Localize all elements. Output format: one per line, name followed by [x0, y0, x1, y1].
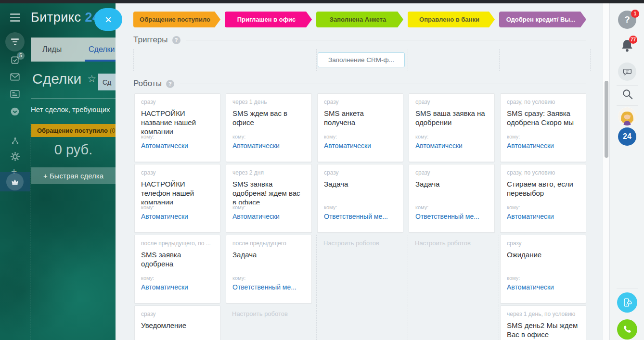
notifications-badge: 77: [629, 36, 637, 44]
robot-assignee-link[interactable]: Автоматически: [141, 142, 214, 150]
robot-timing: через 2 дня: [232, 169, 305, 177]
robot-to-label: кому:: [507, 275, 580, 281]
robot-empty-slot[interactable]: Настроить роботов: [408, 235, 499, 305]
mobile-app-icon[interactable]: [617, 292, 637, 313]
robot-card[interactable]: сразу Задача кому: Ответственный ме...: [409, 164, 495, 233]
robot-assignee-link[interactable]: Ответственный ме...: [324, 213, 397, 220]
robot-assignee-link[interactable]: Автоматически: [232, 142, 305, 150]
robot-card[interactable]: после предыдущего Задача кому: Ответстве…: [226, 235, 312, 303]
trigger-slot[interactable]: [408, 49, 499, 71]
robot-card[interactable]: сразу НАСТРОЙКИ название нашей компании …: [134, 93, 220, 162]
robot-assignee-link[interactable]: Ответственный ме...: [415, 213, 488, 220]
robot-timing: сразу: [141, 169, 214, 177]
robot-to-label: кому:: [415, 204, 488, 210]
robot-assignee-link[interactable]: Автоматически: [507, 213, 580, 220]
robot-title: SMS заявка одобрена: [141, 250, 214, 275]
tasks-counter-badge: 5: [17, 52, 25, 60]
telephony-phone-icon[interactable]: [617, 319, 637, 340]
robot-to-label: кому:: [232, 134, 305, 139]
automation-panel: Обращение поступило Приглашен в офис Зап…: [116, 3, 603, 340]
robot-assignee-link[interactable]: Автоматически: [141, 283, 214, 291]
robot-empty-slot[interactable]: Настроить роботов: [225, 305, 316, 340]
deals-view-button[interactable]: Сд: [98, 74, 116, 90]
structure-icon[interactable]: [11, 137, 19, 147]
help-question-icon[interactable]: [172, 36, 180, 44]
robot-card[interactable]: сразу Ожидание кому: Автоматически: [500, 235, 586, 303]
favorite-star-icon[interactable]: ☆: [87, 73, 96, 84]
trigger-slot[interactable]: [133, 49, 225, 71]
robot-card[interactable]: сразу SMS анкета получена кому: Автомати…: [317, 93, 403, 162]
robot-card[interactable]: сразу Задача кому: Ответственный ме...: [317, 164, 403, 233]
crm-funnel-icon[interactable]: [5, 32, 25, 51]
robot-to-label: кому:: [507, 204, 580, 210]
chevron-down-icon[interactable]: [10, 107, 20, 118]
robot-card[interactable]: сразу SMS ваша заявка на одобрении кому:…: [409, 93, 495, 162]
pipeline-stage-bar: Обращение поступило Приглашен в офис Зап…: [133, 12, 603, 27]
kanban-stage-header[interactable]: Обращение поступило(0): [31, 124, 116, 137]
robot-assignee-link[interactable]: Автоматически: [141, 213, 214, 220]
right-toolbar: ? 1 77 24: [609, 3, 644, 340]
toolbar-divider: [617, 289, 638, 289]
pipeline-stage[interactable]: Оправлено в банки: [408, 12, 499, 27]
robot-card[interactable]: через 1 день SMS ждем вас в офисе кому: …: [226, 93, 312, 162]
robot-to-label: кому:: [324, 204, 397, 210]
vertical-scrollbar-track[interactable]: [603, 3, 609, 340]
pipeline-stage[interactable]: Обращение поступило: [133, 12, 225, 27]
quick-deal-button[interactable]: + Быстрая сделка: [31, 167, 116, 184]
pipeline-stage[interactable]: Заполнена Анкета: [316, 12, 408, 27]
robot-to-label: кому:: [141, 275, 214, 281]
robot-card[interactable]: после предыдущего, по ... SMS заявка одо…: [134, 235, 220, 303]
robot-timing: сразу: [415, 169, 488, 177]
robot-empty-slot[interactable]: [408, 305, 499, 340]
search-icon[interactable]: [621, 88, 634, 101]
robot-assignee-link[interactable]: Ответственный ме...: [232, 283, 305, 291]
trigger-slot[interactable]: Заполнение CRM-ф...: [316, 49, 408, 71]
robot-to-label: кому:: [141, 204, 214, 210]
messenger-icon[interactable]: [618, 63, 636, 81]
pipeline-stage[interactable]: Приглашен в офис: [225, 12, 316, 27]
tab-leads[interactable]: Лиды: [42, 45, 62, 54]
trigger-crm-form-button[interactable]: Заполнение CRM-ф...: [318, 52, 405, 67]
robot-assignee-link[interactable]: Автоматически: [507, 142, 580, 150]
tab-deals[interactable]: Сделки: [89, 45, 115, 54]
robot-assignee-link[interactable]: Автоматически: [507, 283, 580, 291]
hamburger-menu-icon[interactable]: [10, 13, 20, 24]
robot-empty-slot[interactable]: Настроить роботов: [316, 235, 408, 305]
robot-card[interactable]: через 1 день, по условию SMS день2 Мы жд…: [500, 305, 586, 340]
robot-card[interactable]: через 2 дня SMS заявка одобрена! ждем ва…: [226, 164, 312, 233]
help-question-icon[interactable]: [166, 80, 174, 88]
toolbar-divider: [617, 105, 638, 106]
robots-row: сразу Уведомление кому: Настроить робото…: [133, 305, 603, 340]
close-panel-button[interactable]: ×: [94, 8, 122, 31]
robot-card[interactable]: сразу Уведомление кому:: [134, 305, 220, 340]
crm-background: Битрикс 24 5 + Лиды Сделки: [0, 3, 116, 340]
trigger-slot[interactable]: [225, 49, 316, 71]
robot-empty-slot[interactable]: [316, 305, 408, 340]
bitrix24-toolbar-icon[interactable]: 24: [618, 127, 636, 146]
robot-timing: сразу, по условию: [507, 169, 580, 177]
kanban-column-divider: [30, 124, 30, 340]
robot-card[interactable]: сразу НАСТРОЙКИ телефон нашей компании к…: [134, 164, 220, 233]
settings-gear-icon[interactable]: [11, 152, 20, 163]
robot-card[interactable]: сразу, по условию SMS сразу: Заявка одоб…: [500, 93, 586, 162]
robot-title: SMS заявка одобрена! ждем вас в офисе: [232, 179, 305, 204]
news-feed-icon[interactable]: [10, 90, 20, 100]
robot-assignee-link[interactable]: Автоматически: [324, 142, 397, 150]
robots-row: после предыдущего, по ... SMS заявка одо…: [133, 235, 603, 305]
robots-label: Роботы: [133, 79, 162, 88]
robot-title: Стираем авто, если перевыбор: [507, 179, 580, 204]
vertical-scrollbar-thumb[interactable]: [605, 81, 608, 158]
robot-assignee-link[interactable]: Автоматически: [415, 142, 488, 150]
user-avatar[interactable]: [618, 107, 636, 126]
mail-icon[interactable]: [10, 73, 20, 83]
robot-to-label: кому:: [232, 275, 305, 281]
robot-assignee-link[interactable]: Автоматически: [232, 213, 305, 220]
robots-grid: сразу НАСТРОЙКИ название нашей компании …: [133, 93, 603, 340]
active-tab-underline: [85, 60, 116, 62]
pipeline-stage[interactable]: Одобрен кредит/ Вы...: [499, 12, 591, 27]
robot-title: Уведомление: [141, 321, 214, 340]
robot-timing: через 1 день, по условию: [507, 311, 580, 318]
crown-icon[interactable]: [6, 173, 24, 190]
robot-card[interactable]: сразу, по условию Стираем авто, если пер…: [500, 164, 586, 233]
trigger-slot[interactable]: [499, 49, 591, 71]
